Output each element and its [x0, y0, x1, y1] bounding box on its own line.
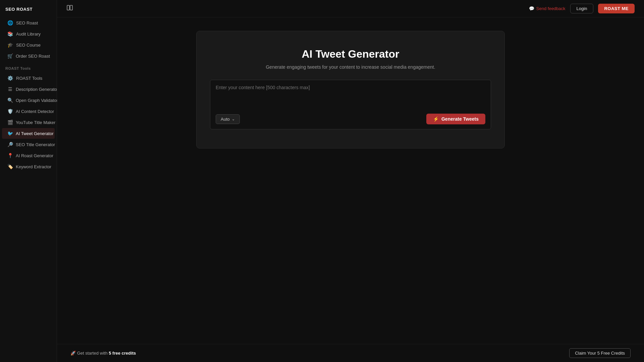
sidebar-item-seo-roast[interactable]: 🌐 SEO Roast [2, 17, 55, 28]
order-seo-roast-icon: 🛒 [7, 53, 13, 59]
sidebar-item-label: Keyword Extractor [16, 164, 51, 169]
sidebar-item-seo-course[interactable]: 🎓 SEO Course [2, 40, 55, 50]
main-area: 💬 Send feedback Login ROAST ME AI Tweet … [57, 0, 644, 362]
credits-bold: 5 free credits [109, 351, 136, 356]
rocket-icon: 🚀 [70, 351, 76, 356]
seo-course-icon: 🎓 [7, 42, 13, 48]
sidebar-item-order-seo-roast[interactable]: 🛒 Order SEO Roast [2, 51, 55, 61]
sidebar-item-label: YouTube Title Maker [16, 120, 55, 125]
login-button[interactable]: Login [570, 4, 594, 13]
auto-select-button[interactable]: Auto ⌄ [216, 114, 240, 124]
feedback-icon: 💬 [529, 6, 534, 11]
open-graph-validator-icon: 🔍 [7, 98, 13, 103]
svg-rect-0 [67, 5, 69, 10]
generate-tweets-button[interactable]: ⚡ Generate Tweets [426, 114, 485, 124]
sidebar-item-label: Audit Library [16, 32, 41, 37]
svg-rect-1 [70, 5, 72, 10]
sidebar-item-keyword-extractor[interactable]: 🏷️ Keyword Extractor [2, 161, 55, 172]
sidebar-item-label: Open Graph Validator [16, 98, 58, 103]
tool-subtitle: Generate engaging tweets for your conten… [266, 64, 435, 70]
sidebar-item-ai-content-detector[interactable]: 🛡️ AI Content Detector [2, 106, 55, 117]
textarea-wrapper: Auto ⌄ ⚡ Generate Tweets [210, 80, 491, 129]
sidebar-item-label: AI Content Detector [16, 109, 54, 114]
sidebar-item-youtube-title-maker[interactable]: 🎬 YouTube Title Maker [2, 117, 55, 128]
sidebar-item-label: AI Roast Generator [16, 153, 53, 158]
brand-name: SEO ROAST [0, 5, 57, 17]
sidebar-item-label: AI Tweet Generator [16, 131, 54, 136]
sidebar-item-open-graph-validator[interactable]: 🔍 Open Graph Validator [2, 95, 55, 106]
keyword-extractor-icon: 🏷️ [7, 164, 13, 169]
content-area: AI Tweet Generator Generate engaging twe… [57, 17, 644, 344]
topbar-right: 💬 Send feedback Login ROAST ME [529, 4, 635, 13]
sidebar-item-label: Order SEO Roast [16, 54, 50, 59]
bottom-bar: 🚀 Get started with 5 free credits Claim … [57, 344, 644, 362]
generate-label: Generate Tweets [441, 116, 479, 122]
topbar: 💬 Send feedback Login ROAST ME [57, 0, 644, 17]
seo-title-generator-icon: 🔎 [7, 142, 13, 147]
ai-tweet-generator-icon: 🐦 [7, 131, 13, 136]
ai-roast-generator-icon: 📍 [7, 153, 13, 158]
lightning-icon: ⚡ [433, 116, 439, 122]
feedback-label: Send feedback [536, 6, 566, 11]
tool-card: AI Tweet Generator Generate engaging twe… [196, 31, 505, 148]
description-generator-icon: ☰ [7, 86, 13, 92]
claim-credits-button[interactable]: Claim Your 5 Free Credits [569, 348, 631, 358]
sidebar-item-label: Description Generator [16, 87, 58, 92]
chevron-down-icon: ⌄ [232, 117, 235, 121]
sidebar-item-ai-roast-generator[interactable]: 📍 AI Roast Generator [2, 150, 55, 161]
credits-info: 🚀 Get started with 5 free credits [70, 351, 136, 356]
topbar-left [66, 4, 73, 13]
tool-title: AI Tweet Generator [302, 48, 399, 60]
sidebar-item-label: SEO Title Generator [16, 142, 55, 147]
youtube-title-maker-icon: 🎬 [7, 120, 13, 125]
sidebar-item-seo-title-generator[interactable]: 🔎 SEO Title Generator [2, 139, 55, 150]
roastme-button[interactable]: ROAST ME [598, 4, 635, 13]
audit-library-icon: 📚 [7, 31, 13, 37]
textarea-controls: Auto ⌄ ⚡ Generate Tweets [216, 114, 485, 124]
sidebar-item-description-generator[interactable]: ☰ Description Generator [2, 84, 55, 95]
send-feedback-button[interactable]: 💬 Send feedback [529, 6, 566, 11]
sidebar-item-ai-tweet-generator[interactable]: 🐦 AI Tweet Generator [2, 128, 55, 139]
get-started-text: Get started with [77, 351, 109, 356]
auto-label: Auto [221, 117, 230, 122]
tools-section-label: ROAST Tools [0, 62, 57, 72]
sidebar-item-label: SEO Roast [16, 20, 38, 25]
content-input[interactable] [216, 85, 485, 108]
seo-roast-icon: 🌐 [7, 20, 13, 25]
roast-tools-icon: ⚙️ [7, 75, 13, 81]
ai-content-detector-icon: 🛡️ [7, 109, 13, 114]
sidebar-item-label: ROAST Tools [16, 76, 42, 81]
sidebar-item-audit-library[interactable]: 📚 Audit Library [2, 28, 55, 39]
sidebar: SEO ROAST 🌐 SEO Roast 📚 Audit Library 🎓 … [0, 0, 57, 362]
sidebar-item-roast-tools[interactable]: ⚙️ ROAST Tools [2, 73, 55, 83]
sidebar-toggle-button[interactable] [66, 4, 73, 13]
sidebar-item-label: SEO Course [16, 43, 41, 48]
